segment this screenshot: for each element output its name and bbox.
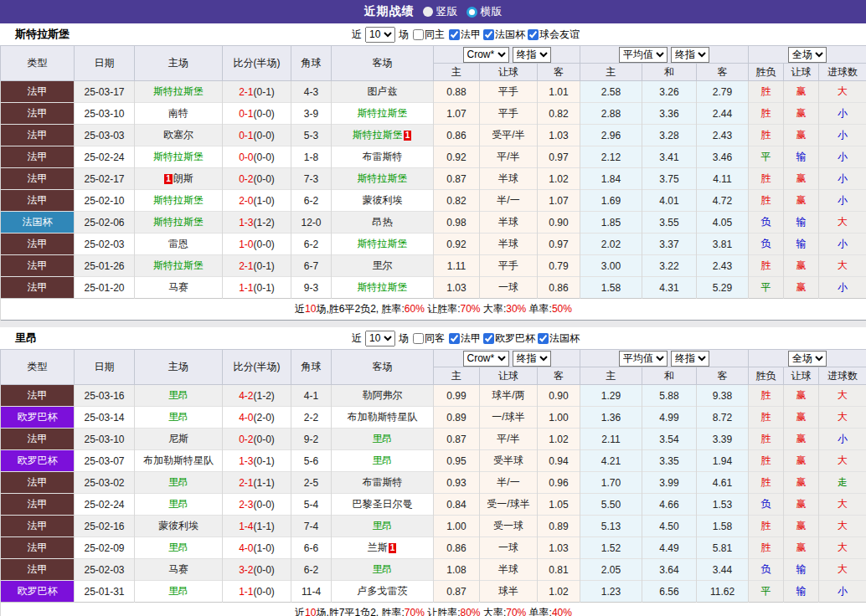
fulltime-score: 2-1 [239, 477, 253, 489]
away-team-cell: 图卢兹 [332, 81, 434, 103]
games-count-select[interactable]: 10 [365, 331, 395, 346]
col-handicap: 让球 [480, 367, 538, 385]
avg-away-odds: 4.61 [697, 472, 749, 494]
avg-home-odds: 2.88 [580, 103, 642, 125]
league-filter-checkbox[interactable]: 法甲 [446, 331, 481, 346]
handicap-result: 赢 [784, 407, 819, 429]
avg-away-odds: 8.72 [697, 407, 749, 429]
bookmaker-select[interactable]: Crow* [463, 351, 509, 367]
games-count-select[interactable]: 10 [365, 27, 395, 43]
away-odds: 1.00 [538, 407, 580, 429]
away-odds: 0.81 [538, 559, 580, 581]
score-cell: 1-3(0-1) [223, 450, 291, 472]
col-date: 日期 [75, 46, 135, 81]
layout-radio-horizontal[interactable]: 横版 [467, 4, 503, 19]
home-team-cell: 蒙彼利埃 [135, 516, 223, 537]
league-filter-checkbox[interactable]: 法甲 [446, 28, 481, 42]
away-team-text: 布雷斯特 [363, 476, 403, 488]
home-team-summary: 近10场,胜6平2负2, 胜率:60% 让胜率:70% 大率:30% 单率:50… [1, 299, 866, 321]
average-select[interactable]: 平均值 [619, 47, 668, 63]
away-odds: 1.02 [538, 429, 580, 450]
col-corner: 角球 [291, 350, 332, 385]
summary-text: 60% [405, 303, 425, 315]
avg-draw-odds: 3.54 [642, 429, 697, 450]
avg-home-odds: 1.36 [580, 407, 642, 429]
odds-time-select[interactable]: 终指 [513, 351, 551, 367]
halftime-score: (0-1) [254, 260, 275, 272]
fulltime-score: 2-3 [239, 499, 253, 511]
goals-result: 小 [819, 125, 866, 146]
league-type-cell: 欧罗巴杯 [1, 450, 75, 472]
away-team-text: 图卢兹 [368, 85, 398, 97]
fulltime-score: 4-0 [239, 412, 253, 424]
league-filter-checkbox[interactable]: 法国杯 [535, 331, 580, 346]
away-team-cell: 里尔 [332, 255, 434, 277]
league-filter-checkbox[interactable]: 欧罗巴杯 [481, 331, 535, 346]
home-team-text: 里昂 [168, 389, 188, 401]
league-checkbox-input[interactable] [528, 29, 539, 40]
handicap-result: 赢 [784, 472, 819, 494]
home-odds: 0.98 [434, 212, 480, 234]
home-odds: 0.87 [434, 168, 480, 190]
fulltime-select-cell: 全场 [749, 350, 866, 367]
halftime-score: (2-0) [254, 412, 275, 424]
goals-result: 大 [819, 450, 866, 472]
league-checkbox-input[interactable] [449, 29, 460, 40]
home-team-cell: 斯特拉斯堡 [135, 81, 223, 103]
halftime-score: (0-0) [254, 239, 275, 250]
handicap-result: 输 [784, 212, 819, 234]
away-team-text: 斯特拉斯堡 [358, 238, 408, 249]
same-away-checkbox-input[interactable] [413, 333, 424, 344]
league-filter-checkbox[interactable]: 法国杯 [481, 28, 525, 42]
home-team-cell: 雷恩 [135, 234, 223, 255]
fulltime-select[interactable]: 全场 [788, 351, 827, 367]
average-time-select[interactable]: 终指 [671, 351, 709, 367]
odds-time-select[interactable]: 终指 [513, 47, 551, 63]
away-team-text: 布雷斯特 [363, 151, 403, 162]
average-time-select[interactable]: 终指 [671, 47, 709, 63]
corner-count: 6-7 [291, 255, 332, 277]
halftime-score: (0-0) [254, 173, 275, 185]
match-row: 法甲 25-02-16 蒙彼利埃 1-4(1-1) 7-4 里昂 1.00 受一… [1, 516, 866, 537]
league-type-cell: 法甲 [1, 146, 75, 168]
fulltime-select-cell: 全场 [749, 46, 866, 64]
summary-text: 70% [461, 303, 481, 315]
league-checkbox-input[interactable] [538, 333, 549, 344]
fulltime-score: 0-0 [239, 151, 253, 163]
bookmaker-select[interactable]: Crow* [463, 47, 509, 63]
avg-home-odds: 1.58 [580, 277, 642, 299]
halftime-score: (0-0) [254, 499, 275, 511]
winlose-result: 胜 [749, 407, 784, 429]
away-team-text: 勒阿弗尔 [363, 389, 403, 401]
games-label: 场 [399, 28, 409, 42]
league-checkbox-input[interactable] [449, 333, 460, 344]
radio-selected-icon [423, 7, 433, 17]
away-team-cell: 里昂 [332, 516, 434, 537]
average-select[interactable]: 平均值 [619, 351, 668, 367]
fulltime-score: 4-2 [239, 390, 253, 402]
summary-text: 50% [552, 303, 572, 315]
goals-result: 小 [819, 190, 866, 212]
same-home-checkbox-input[interactable] [413, 29, 424, 40]
red-card-badge: 1 [164, 174, 173, 184]
away-team-filterbar: 里昂 近 10 场 同客 法甲 [0, 327, 866, 349]
avg-away-odds: 9.38 [697, 385, 749, 407]
avg-draw-odds: 4.50 [642, 516, 697, 537]
col-goals: 进球数 [819, 367, 866, 385]
corner-count: 11-4 [291, 581, 332, 603]
league-checkbox-input[interactable] [483, 29, 494, 40]
match-date: 25-02-03 [75, 234, 135, 255]
halftime-score: (1-2) [254, 217, 275, 228]
score-cell: 2-1(1-1) [223, 472, 291, 494]
avg-draw-odds: 4.66 [642, 494, 697, 516]
home-team-cell: 里昂 [135, 407, 223, 429]
league-checkbox-input[interactable] [483, 333, 494, 344]
league-type-cell: 法甲 [1, 494, 75, 516]
fulltime-select[interactable]: 全场 [788, 47, 827, 63]
layout-radio-vertical[interactable]: 竖版 [423, 4, 458, 19]
same-home-checkbox[interactable]: 同主 [410, 28, 445, 42]
same-away-checkbox[interactable]: 同客 [410, 331, 445, 346]
league-filter-checkbox[interactable]: 球会友谊 [525, 28, 580, 42]
away-odds: 1.03 [538, 125, 580, 146]
fulltime-score: 1-3 [239, 217, 253, 228]
